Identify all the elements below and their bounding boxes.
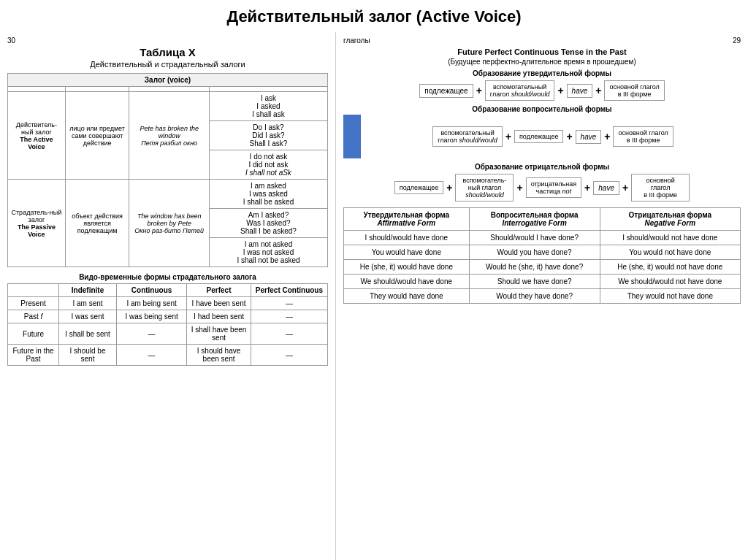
future-perf-cont: — bbox=[251, 323, 327, 345]
right-section-title: Future Perfect Continuous Tense in the P… bbox=[343, 47, 741, 56]
negative-2nd-sg: You would not have done bbox=[600, 245, 740, 260]
table-row: Present I am sent I am being sent I have… bbox=[8, 297, 328, 310]
table-row: You would have done Would you have done?… bbox=[344, 245, 741, 260]
conjugation-table: Утвердительная формаAffirmative Form Воп… bbox=[343, 207, 741, 304]
passive-voice-subject: объект действия является подлежащим bbox=[65, 180, 129, 267]
af-subject: подлежащее bbox=[419, 84, 473, 98]
negative-1st-pl: We should/would not have done bbox=[600, 275, 740, 289]
iq-subject: подлежащее bbox=[514, 130, 563, 143]
affirmative-1st-pl: We should/would have done bbox=[344, 275, 470, 289]
af-aux-verb: вспомогательныйглагол should/would bbox=[485, 80, 555, 101]
passive-forms-interrogative: Am I asked?Was I asked?Shall I be asked? bbox=[209, 209, 327, 238]
plus-1: + bbox=[476, 85, 482, 96]
plus-4: + bbox=[505, 131, 511, 142]
left-column: 30 Таблица X Действительный и страдатель… bbox=[0, 32, 336, 560]
interrogative-1st-pl: Should we have done? bbox=[469, 275, 600, 289]
plus-9: + bbox=[584, 182, 590, 193]
future-continuous: — bbox=[116, 323, 186, 345]
interrogative-formula-label: Образование вопросительной формы bbox=[343, 105, 741, 113]
negative-formula-label: Образование отрицательной формы bbox=[343, 163, 741, 171]
future-past-indefinite: I should be sent bbox=[59, 345, 117, 366]
passive-tense-title: Видо-временные формы страдательного зало… bbox=[7, 273, 328, 281]
active-forms-affirmative: I askI askedI shall ask bbox=[209, 92, 327, 121]
present-indefinite: I am sent bbox=[59, 297, 117, 310]
right-page-number: 29 bbox=[733, 37, 741, 45]
present-perfect: I have been sent bbox=[187, 297, 251, 310]
nf-not: отрицательнаячастица not bbox=[526, 177, 581, 198]
active-forms-negative: I do not askI did not askI shall not aSk bbox=[209, 150, 327, 180]
affirmative-2nd-sg: You would have done bbox=[344, 245, 470, 260]
tense-future-past: Future in the Past bbox=[8, 345, 59, 366]
plus-2: + bbox=[557, 85, 563, 96]
nf-aux-verb: вспомогатель-ный глаголshould/would bbox=[455, 174, 514, 202]
future-past-perf-cont: — bbox=[251, 345, 327, 366]
tense-past: Past f bbox=[8, 310, 59, 323]
present-continuous: I am being sent bbox=[116, 297, 186, 310]
affirmative-3rd-sg: He (she, it) would have done bbox=[344, 260, 470, 275]
affirmative-formula: подлежащее + вспомогательныйглагол shoul… bbox=[343, 80, 741, 101]
table-subtitle: Действительный и страдательный залоги bbox=[7, 60, 328, 69]
affirmative-formula-label: Образование утвердительной формы bbox=[343, 69, 741, 77]
future-past-continuous: — bbox=[116, 345, 186, 366]
active-voice-example: Pete has broken the windowПетя разбил ок… bbox=[129, 92, 210, 180]
left-page-number: 30 bbox=[7, 37, 328, 45]
table-row: Future I shall be sent — I shall have be… bbox=[8, 323, 328, 345]
table-row: Future in the Past I should be sent — I … bbox=[8, 345, 328, 366]
negative-3rd-pl: They would not have done bbox=[600, 289, 740, 304]
affirmative-1st-sg: I should/would have done bbox=[344, 231, 470, 245]
nf-have: have bbox=[593, 181, 619, 195]
interrogative-1st-sg: Should/would I have done? bbox=[469, 231, 600, 245]
voice-table-header: Залог (voice) bbox=[8, 74, 328, 87]
nf-subject: подлежащее bbox=[394, 181, 443, 194]
glagoly-label: глаголы bbox=[343, 37, 370, 45]
interrogative-formula-section: Образование вопросительной формы вспомог… bbox=[343, 105, 741, 158]
interrogative-3rd-sg: Would he (she, it) have done? bbox=[469, 260, 600, 275]
past-continuous: I was being sent bbox=[116, 310, 186, 323]
active-forms-interrogative: Do I ask?Did I ask?Shall I ask? bbox=[209, 121, 327, 150]
passive-voice-example: The window has been broken by PeteОкно р… bbox=[129, 180, 210, 267]
iq-aux-verb: вспомогательныйглагол should/would bbox=[432, 126, 503, 147]
present-perf-cont: — bbox=[251, 297, 327, 310]
passive-voice-label: Страдатель-ный залогThe Passive Voice bbox=[8, 180, 66, 267]
right-column: глаголы 29 Future Perfect Continuous Ten… bbox=[336, 32, 748, 560]
negative-formula-section: Образование отрицательной формы подлежащ… bbox=[343, 163, 741, 202]
interrogative-2nd-sg: Would you have done? bbox=[469, 245, 600, 260]
right-header: глаголы 29 bbox=[343, 37, 741, 45]
interrogative-header: Вопросительная формаInterrogative Form bbox=[469, 208, 600, 231]
table-row: He (she, it) would have done Would he (s… bbox=[344, 260, 741, 275]
future-past-perfect: I should have been sent bbox=[187, 345, 251, 366]
interrogative-formula: вспомогательныйглагол should/would + под… bbox=[365, 118, 741, 156]
tense-present: Present bbox=[8, 297, 59, 310]
nf-main-verb: основнойглаголв III форме bbox=[631, 174, 690, 202]
af-main-verb: основной глаголв III форме bbox=[604, 80, 664, 101]
voice-table: Залог (voice) Действитель-ный залогThe A… bbox=[7, 73, 328, 267]
past-indefinite: I was sent bbox=[59, 310, 117, 323]
affirmative-formula-section: Образование утвердительной формы подлежа… bbox=[343, 69, 741, 101]
affirmative-header: Утвердительная формаAffirmative Form bbox=[344, 208, 470, 231]
af-have: have bbox=[567, 84, 593, 98]
plus-7: + bbox=[446, 182, 452, 193]
affirmative-3rd-pl: They would have done bbox=[344, 289, 470, 304]
past-perf-cont: — bbox=[251, 310, 327, 323]
table-row: We should/would have done Should we have… bbox=[344, 275, 741, 289]
right-section-subtitle: (Будущее перфектно-длительное время в пр… bbox=[343, 58, 741, 66]
negative-header: Отрицательная формаNegative Form bbox=[600, 208, 740, 231]
iq-have: have bbox=[576, 130, 602, 144]
plus-8: + bbox=[516, 182, 522, 193]
past-perfect: I had been sent bbox=[187, 310, 251, 323]
table-row: Past f I was sent I was being sent I had… bbox=[8, 310, 328, 323]
active-voice-subject: лицо или предмет сами совершают действие bbox=[65, 92, 129, 180]
plus-3: + bbox=[595, 85, 601, 96]
plus-10: + bbox=[622, 182, 628, 193]
table-title: Таблица X bbox=[7, 46, 328, 58]
future-perfect: I shall have been sent bbox=[187, 323, 251, 345]
future-indefinite: I shall be sent bbox=[59, 323, 117, 345]
table-row: They would have done Would they have don… bbox=[344, 289, 741, 304]
passive-forms-affirmative: I am askedI was askedI shall be asked bbox=[209, 180, 327, 209]
negative-3rd-sg: He (she, it) would not have done bbox=[600, 260, 740, 275]
iq-main-verb: основной глаголв III форме bbox=[613, 126, 673, 147]
negative-formula: подлежащее + вспомогатель-ный глаголshou… bbox=[343, 174, 741, 202]
interrogative-3rd-pl: Would they have done? bbox=[469, 289, 600, 304]
negative-1st-sg: I should/would not have done bbox=[600, 231, 740, 245]
plus-5: + bbox=[566, 131, 572, 142]
